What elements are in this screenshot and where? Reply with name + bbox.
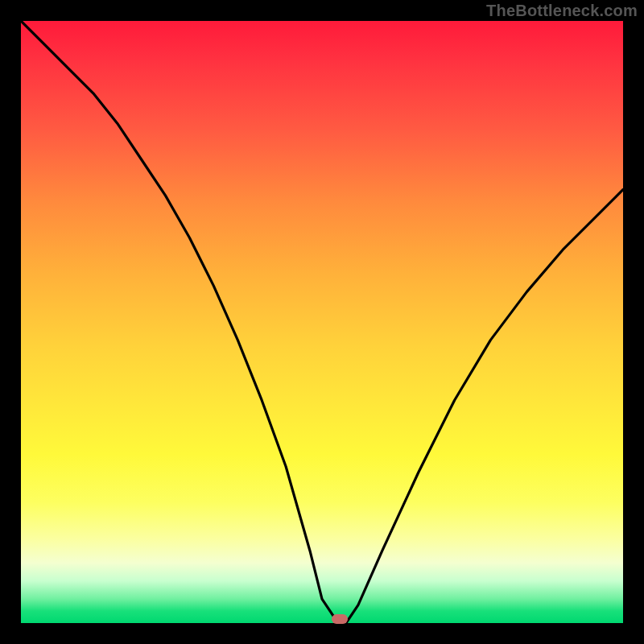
plot-area [21, 21, 623, 623]
chart-container: TheBottleneck.com [0, 0, 644, 644]
bottleneck-curve [21, 21, 623, 623]
minimum-marker [332, 614, 348, 624]
watermark-text: TheBottleneck.com [486, 2, 638, 20]
